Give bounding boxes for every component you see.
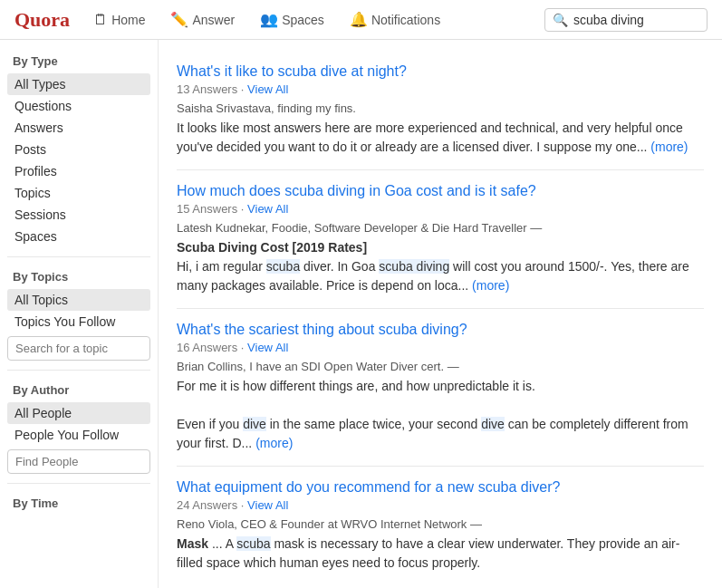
result-title-3[interactable]: What's the scariest thing about scuba di… [177,322,704,338]
topic-search-input[interactable] [7,336,150,361]
nav-spaces[interactable]: 👥 Spaces [251,7,333,32]
sidebar-item-questions[interactable]: Questions [7,95,150,117]
nav-answer[interactable]: ✏️ Answer [161,7,244,32]
result-meta-2: 15 Answers · View All [177,202,704,216]
sidebar-item-answers[interactable]: Answers [7,117,150,139]
quora-logo[interactable]: Quora [14,8,70,32]
search-box: 🔍 [544,8,708,32]
by-time-title: By Time [7,496,150,510]
sidebar-item-topics-you-follow[interactable]: Topics You Follow [7,311,150,333]
nav-notifications-label: Notifications [371,13,440,27]
notifications-icon: 🔔 [350,11,368,28]
result-more-3[interactable]: (more) [255,436,293,450]
sidebar-item-all-types[interactable]: All Types [7,73,150,95]
sidebar-item-profiles[interactable]: Profiles [7,160,150,182]
result-bold-2: Scuba Diving Cost [2019 Rates] [177,240,367,255]
sidebar-item-people-you-follow[interactable]: People You Follow [7,424,150,446]
by-type-title: By Type [7,54,150,68]
sidebar: By Type All Types Questions Answers Post… [0,40,159,588]
result-dot-1: · [241,82,247,96]
result-snippet-4: Mask ... A scuba mask is necessary to ha… [177,535,704,573]
result-meta-4: 24 Answers · View All [177,498,704,512]
result-view-all-2[interactable]: View All [247,202,288,216]
result-author-4: Reno Viola, CEO & Founder at WRVO Intern… [177,517,704,531]
main-layout: By Type All Types Questions Answers Post… [0,40,722,588]
result-more-2[interactable]: (more) [472,278,509,293]
result-title-1[interactable]: What's it like to scuba dive at night? [177,63,704,80]
sidebar-item-all-topics[interactable]: All Topics [7,289,150,311]
divider-2 [7,370,150,371]
result-answers-1: 13 Answers [177,82,237,96]
result-author-1: Saisha Srivastava, finding my fins. [177,101,704,115]
divider-3 [7,483,150,484]
result-title-2[interactable]: How much does scuba diving in Goa cost a… [177,183,704,199]
result-dot-4: · [241,498,247,512]
header: Quora 🗒 Home ✏️ Answer 👥 Spaces 🔔 Notifi… [0,0,722,40]
result-view-all-4[interactable]: View All [247,498,288,512]
results-container: What's it like to scuba dive at night? 1… [159,40,722,588]
result-answers-4: 24 Answers [177,498,237,512]
nav-notifications[interactable]: 🔔 Notifications [341,7,449,32]
result-author-3: Brian Collins, I have an SDI Open Water … [177,360,704,373]
result-meta-3: 16 Answers · View All [177,341,704,354]
home-icon: 🗒 [93,12,108,28]
result-item-3: What's the scariest thing about scuba di… [177,309,704,467]
result-answers-2: 15 Answers [177,202,237,216]
divider-1 [7,256,150,257]
by-author-title: By Author [7,383,150,397]
result-answers-3: 16 Answers [177,341,237,354]
result-more-1[interactable]: (more) [650,140,688,154]
result-view-all-1[interactable]: View All [247,82,288,96]
nav-home[interactable]: 🗒 Home [84,8,154,32]
result-item-4: What equipment do you recommend for a ne… [177,467,704,585]
spaces-icon: 👥 [260,11,278,28]
nav-answer-label: Answer [192,13,235,27]
nav-home-label: Home [111,13,145,27]
answer-icon: ✏️ [170,11,188,28]
by-topics-title: By Topics [7,270,150,284]
result-author-2: Latesh Kudnekar, Foodie, Software Develo… [177,221,704,235]
sidebar-item-all-people[interactable]: All People [7,402,150,424]
people-search-input[interactable] [7,449,150,474]
sidebar-item-topics[interactable]: Topics [7,182,150,204]
search-input[interactable] [573,13,691,27]
result-dot-3: · [241,341,247,354]
result-item-2: How much does scuba diving in Goa cost a… [177,170,704,309]
nav-spaces-label: Spaces [282,13,324,27]
result-view-all-3[interactable]: View All [247,341,288,354]
sidebar-item-sessions[interactable]: Sessions [7,204,150,226]
result-item-1: What's it like to scuba dive at night? 1… [177,51,704,170]
sidebar-item-spaces[interactable]: Spaces [7,226,150,247]
result-title-4[interactable]: What equipment do you recommend for a ne… [177,479,704,496]
result-snippet-1: It looks like most answers here are more… [177,119,704,157]
result-snippet-3: For me it is how different things are, a… [177,377,704,453]
result-dot-2: · [241,202,247,216]
result-snippet-2: Scuba Diving Cost [2019 Rates] Hi, i am … [177,238,704,295]
search-icon: 🔍 [553,13,568,27]
sidebar-item-posts[interactable]: Posts [7,139,150,160]
result-meta-1: 13 Answers · View All [177,82,704,96]
